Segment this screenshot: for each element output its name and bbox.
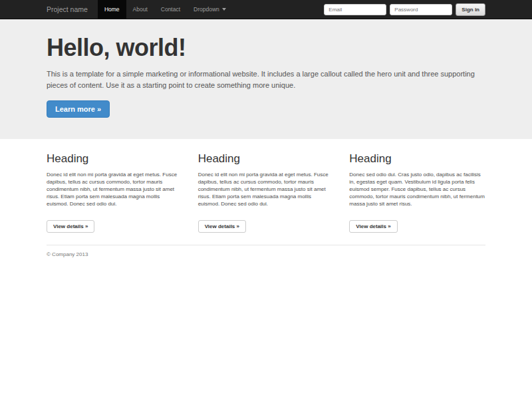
hero-inner: Hello, world! This is a template for a s… [47,19,485,139]
page-footer: © Company 2013 [47,251,485,257]
column-2-text: Donec id elit non mi porta gravida at eg… [198,172,334,215]
copyright-text: © Company 2013 [47,251,485,257]
column-1-heading: Heading [47,152,183,166]
nav-item-contact-label: Contact [161,0,180,19]
sign-in-button[interactable]: Sign in [456,3,485,16]
nav-item-about-label: About [133,0,148,19]
hero-title: Hello, world! [47,34,485,61]
brand-link[interactable]: Project name [47,0,88,19]
nav-item-dropdown[interactable]: Dropdown [187,0,233,19]
navbar-inner: Project name Home About Contact Dropdown… [47,0,485,19]
content-column-2: Heading Donec id elit non mi porta gravi… [198,150,334,233]
nav-item-home-label: Home [104,0,120,19]
navbar: Project name Home About Contact Dropdown… [0,0,532,19]
view-details-button-1[interactable]: View details » [47,220,94,233]
caret-down-icon [222,8,226,11]
nav-item-about[interactable]: About [126,0,154,19]
main-nav: Home About Contact Dropdown [98,0,233,19]
email-field[interactable] [324,4,386,15]
signin-form: Sign in [324,0,485,19]
column-3-text: Donec sed odio dui. Cras justo odio, dap… [349,172,485,215]
content-column-1: Heading Donec id elit non mi porta gravi… [47,150,183,233]
hero-description: This is a template for a simple marketin… [47,68,485,91]
learn-more-button[interactable]: Learn more » [47,100,110,118]
column-3-heading: Heading [349,152,485,166]
password-field[interactable] [390,4,452,15]
hero-unit: Hello, world! This is a template for a s… [0,19,532,139]
nav-item-home[interactable]: Home [98,0,126,19]
content-container: Heading Donec id elit non mi porta gravi… [47,139,485,257]
view-details-button-3[interactable]: View details » [349,220,397,233]
column-2-heading: Heading [198,152,334,166]
view-details-button-2[interactable]: View details » [198,220,246,233]
footer-divider [47,245,485,245]
nav-item-dropdown-label: Dropdown [194,0,219,19]
columns-row: Heading Donec id elit non mi porta gravi… [47,150,485,233]
content-column-3: Heading Donec sed odio dui. Cras justo o… [349,150,485,233]
nav-item-contact[interactable]: Contact [154,0,187,19]
column-1-text: Donec id elit non mi porta gravida at eg… [47,172,183,215]
